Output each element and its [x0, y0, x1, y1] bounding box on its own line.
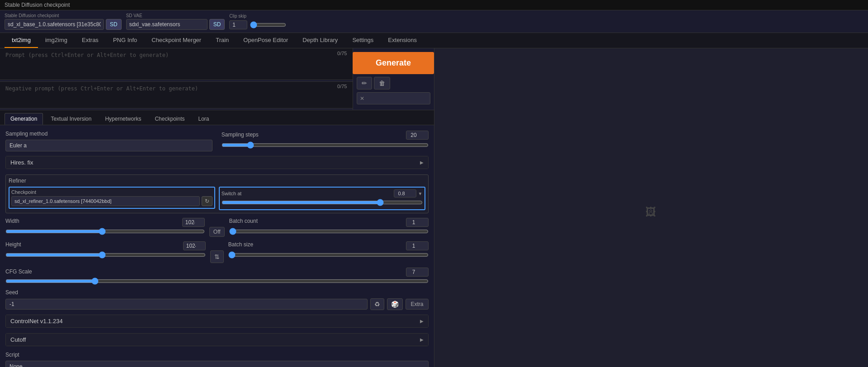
nav-tab-train[interactable]: Train	[208, 33, 236, 48]
positive-prompt-input[interactable]	[0, 48, 353, 80]
batch-count-col: Batch count	[229, 218, 429, 235]
checkpoint-sd-button[interactable]: SD	[106, 19, 122, 30]
checkpoint-col: Checkpoint sd_xl_refiner_1.0.safetensors…	[9, 187, 215, 209]
height-input[interactable]	[183, 241, 206, 250]
controlnet-collapsible: ControlNet v1.1.234 ▶	[5, 315, 429, 328]
height-slider[interactable]	[5, 251, 206, 259]
title-text: Stable Diffusion checkpoint	[5, 2, 70, 8]
width-input[interactable]	[182, 218, 205, 227]
gen-text-row: ✕ 🎨	[357, 92, 430, 104]
clip-skip-input[interactable]	[229, 20, 247, 29]
refiner-reload-button[interactable]: ↻	[202, 196, 212, 206]
switch-at-val-row: ▼	[394, 189, 423, 198]
refiner-label: Refiner	[9, 178, 26, 184]
nav-tab-txt2img[interactable]: txt2img	[5, 33, 38, 48]
controlnet-label: ControlNet v1.1.234	[10, 318, 63, 325]
seed-label: Seed	[5, 289, 429, 296]
controlnet-header[interactable]: ControlNet v1.1.234 ▶	[6, 315, 428, 327]
width-label: Width	[5, 218, 19, 226]
width-slider[interactable]	[5, 228, 205, 235]
nav-tab-extras[interactable]: Extras	[75, 33, 106, 48]
seed-input[interactable]	[5, 299, 368, 310]
hires-fix-label: Hires. fix	[10, 159, 33, 166]
sampling-method-col: Sampling method Euler a	[5, 131, 212, 151]
inner-tab-lora[interactable]: Lora	[193, 113, 215, 125]
refiner-section: Refiner Checkpoint sd_xl_refiner_1.0.saf…	[5, 174, 429, 213]
title-bar: Stable Diffusion checkpoint	[0, 0, 868, 10]
checkpoint-select[interactable]: sd_xl_base_1.0.safetensors [31e35c80fc]	[5, 19, 104, 30]
vae-sd-button[interactable]: SD	[209, 19, 225, 30]
image-placeholder-icon: 🖼	[646, 206, 656, 218]
checkpoint-section: Stable Diffusion checkpoint sd_xl_base_1…	[5, 13, 122, 30]
extra-button[interactable]: Extra	[406, 299, 428, 310]
cfg-scale-input[interactable]	[406, 268, 429, 277]
gen-settings: Sampling method Euler a Sampling steps H	[0, 125, 434, 367]
nav-tab-checkpoint-merger[interactable]: Checkpoint Merger	[144, 33, 208, 48]
cfg-row: CFG Scale	[5, 268, 429, 285]
inner-tab-checkpoints[interactable]: Checkpoints	[149, 113, 190, 125]
seed-recycle-button[interactable]: ♻	[370, 298, 384, 310]
nav-tab-openpose[interactable]: OpenPose Editor	[236, 33, 295, 48]
switch-at-arrow-icon: ▼	[418, 191, 423, 196]
hires-fix-header[interactable]: Hires. fix ▶	[6, 156, 428, 169]
cutoff-arrow-icon: ▶	[420, 337, 424, 342]
switch-at-slider[interactable]	[222, 199, 423, 206]
nav-tab-img2img[interactable]: img2img	[38, 33, 75, 48]
inner-tab-generation[interactable]: Generation	[5, 113, 43, 125]
script-label: Script	[5, 352, 429, 358]
cutoff-header[interactable]: Cutoff ▶	[6, 334, 428, 346]
positive-prompt-wrapper: 0/75	[0, 48, 353, 81]
batch-size-input[interactable]	[406, 241, 429, 250]
vae-select-wrap: sdxl_vae.safetensors SD	[126, 19, 225, 30]
sampling-row: Sampling method Euler a Sampling steps	[5, 131, 429, 151]
batch-size-label: Batch size	[228, 241, 253, 249]
off-btn-col: Off	[209, 218, 225, 237]
link-icon-col: ⇅	[210, 241, 224, 263]
nav-tabs: txt2img img2img Extras PNG Info Checkpoi…	[0, 33, 868, 48]
seed-row: ♻ 🎲 Extra	[5, 298, 429, 310]
sampling-steps-value[interactable]	[406, 131, 429, 140]
sampling-method-select[interactable]: Euler a	[5, 140, 212, 151]
switch-at-label: Switch at	[222, 191, 242, 196]
refiner-checkpoint-select[interactable]: sd_xl_refiner_1.0.safetensors [7440042bb…	[11, 196, 200, 206]
switch-at-input[interactable]	[394, 189, 416, 198]
paste-icon-button[interactable]: ✏	[357, 77, 372, 89]
gen-text-input[interactable]	[366, 95, 434, 102]
clip-skip-inner	[229, 20, 286, 29]
clip-skip-slider[interactable]	[250, 21, 286, 28]
sampling-steps-slider[interactable]	[222, 141, 429, 149]
batch-count-slider[interactable]	[229, 228, 429, 235]
link-dimensions-button[interactable]: ⇅	[210, 250, 224, 263]
vae-label: SD VAE	[126, 13, 225, 18]
negative-prompt-count: 0/75	[335, 83, 349, 89]
width-col: Width	[5, 218, 205, 235]
prompts-generate-area: 0/75 0/75 Generate ✏ 🗑 ✕ 🎨	[0, 48, 434, 110]
batch-count-label: Batch count	[229, 218, 258, 226]
vae-select[interactable]: sdxl_vae.safetensors	[126, 19, 208, 30]
nav-tab-extensions[interactable]: Extensions	[381, 33, 424, 48]
seed-dice-button[interactable]: 🎲	[387, 298, 403, 310]
nav-tab-settings[interactable]: Settings	[345, 33, 381, 48]
cutoff-label: Cutoff	[10, 336, 26, 343]
delete-icon-button[interactable]: 🗑	[374, 77, 390, 89]
generate-button[interactable]: Generate	[353, 52, 434, 74]
sampling-steps-col: Sampling steps	[222, 131, 429, 149]
positive-prompt-count: 0/75	[335, 50, 349, 56]
checkpoint-select-row: sd_xl_refiner_1.0.safetensors [7440042bb…	[11, 196, 212, 206]
inner-tab-hypernetworks[interactable]: Hypernetworks	[99, 113, 147, 125]
off-button[interactable]: Off	[209, 227, 225, 237]
cfg-header: CFG Scale	[5, 268, 429, 277]
nav-tab-depth[interactable]: Depth Library	[295, 33, 345, 48]
controlnet-arrow-icon: ▶	[420, 319, 424, 324]
inner-tabs: Generation Textual Inversion Hypernetwor…	[0, 110, 434, 125]
batch-size-slider[interactable]	[228, 251, 429, 259]
nav-tab-png-info[interactable]: PNG Info	[106, 33, 144, 48]
negative-prompt-input[interactable]	[0, 81, 353, 108]
refiner-header: Refiner	[9, 178, 425, 184]
batch-count-input[interactable]	[406, 218, 429, 227]
inner-tab-textual-inversion[interactable]: Textual Inversion	[45, 113, 97, 125]
checkpoint-col-label: Checkpoint	[11, 189, 212, 195]
cfg-scale-slider[interactable]	[5, 278, 429, 285]
clip-skip-label: Clip skip	[229, 14, 286, 19]
script-select[interactable]: None	[5, 361, 429, 367]
